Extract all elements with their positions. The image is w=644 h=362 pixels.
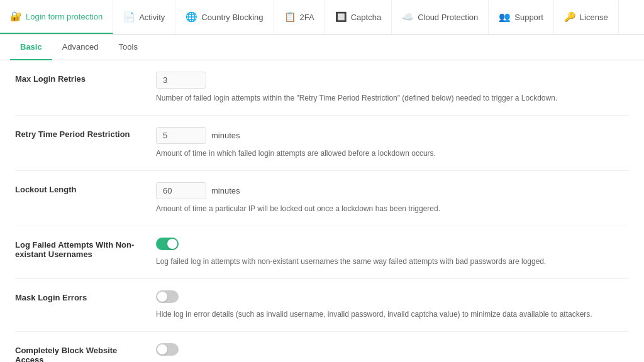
nav-support[interactable]: 👥 Support (489, 0, 554, 34)
key-icon: 🔑 (564, 11, 576, 23)
nav-country-blocking[interactable]: 🌐 Country Blocking (175, 0, 274, 34)
cloud-icon: ☁️ (402, 11, 414, 23)
retry-time-period-label: Retry Time Period Restriction (15, 127, 141, 139)
completely-block-label: Completely Block Website Access (15, 343, 141, 362)
nav-login-form[interactable]: 🔐 Login form protection (0, 0, 113, 34)
lockout-length-input[interactable] (156, 182, 206, 199)
2fa-icon: 📋 (284, 11, 296, 23)
captcha-icon: 🔲 (335, 11, 347, 23)
completely-block-row: Completely Block Website Access Enable t… (15, 332, 629, 362)
nav-activity[interactable]: 📄 Activity (113, 0, 175, 34)
completely-block-control: Enable to completely block website acces… (156, 343, 629, 362)
globe-icon: 🌐 (186, 11, 197, 23)
retry-time-period-control: minutes Amount of time in which failed l… (156, 127, 629, 159)
log-failed-attempts-label: Log Failed Attempts With Non-existant Us… (15, 238, 141, 259)
nav-2fa[interactable]: 📋 2FA (274, 0, 325, 34)
lockout-unit: minutes (211, 186, 240, 195)
max-login-retries-desc: Number of failed login attempts within t… (156, 92, 629, 104)
nav-support-label: Support (514, 13, 543, 22)
log-failed-attempts-desc: Log failed log in attempts with non-exis… (156, 256, 629, 267)
mask-login-errors-label: Mask Login Errors (15, 290, 141, 302)
sub-tabs: Basic Advanced Tools (0, 35, 644, 60)
lockout-length-desc: Amount of time a particular IP will be l… (156, 203, 629, 214)
retry-time-period-desc: Amount of time in which failed login att… (156, 148, 629, 159)
toggle-knob-block (157, 344, 167, 354)
mask-login-errors-toggle[interactable] (156, 290, 179, 303)
mask-login-errors-control: Hide log in error details (such as inval… (156, 290, 629, 320)
retry-time-period-row: Retry Time Period Restriction minutes Am… (15, 116, 629, 171)
tab-basic[interactable]: Basic (10, 35, 52, 60)
retry-time-unit: minutes (211, 131, 240, 140)
tab-tools-label: Tools (119, 42, 138, 52)
support-icon: 👥 (499, 11, 511, 23)
max-login-retries-label: Max Login Retries (15, 72, 141, 84)
max-login-retries-control: Number of failed login attempts within t… (156, 72, 629, 104)
log-failed-attempts-toggle[interactable] (156, 238, 179, 250)
top-navigation: 🔐 Login form protection 📄 Activity 🌐 Cou… (0, 0, 644, 35)
nav-captcha[interactable]: 🔲 Captcha (325, 0, 392, 34)
activity-icon: 📄 (123, 11, 135, 23)
log-failed-attempts-control: Log failed log in attempts with non-exis… (156, 238, 629, 267)
log-failed-attempts-row: Log Failed Attempts With Non-existant Us… (15, 226, 629, 279)
tab-tools[interactable]: Tools (109, 35, 148, 60)
tab-advanced[interactable]: Advanced (52, 35, 109, 60)
lockout-length-inline: minutes (156, 182, 629, 199)
max-login-retries-input[interactable] (156, 72, 206, 89)
nav-cloud-protection[interactable]: ☁️ Cloud Protection (392, 0, 489, 34)
toggle-knob-mask (157, 292, 167, 302)
nav-license[interactable]: 🔑 License (554, 0, 619, 34)
nav-cloud-protection-label: Cloud Protection (418, 13, 478, 22)
tab-basic-label: Basic (20, 42, 42, 52)
lockout-length-label: Lockout Length (15, 182, 141, 194)
retry-time-period-input[interactable] (156, 127, 206, 144)
nav-activity-label: Activity (139, 13, 165, 22)
toggle-knob (167, 239, 177, 249)
nav-license-label: License (580, 13, 608, 22)
shield-icon: 🔐 (10, 11, 22, 22)
max-login-retries-row: Max Login Retries Number of failed login… (15, 60, 629, 116)
nav-login-form-label: Login form protection (26, 12, 103, 21)
completely-block-toggle[interactable] (156, 343, 179, 356)
lockout-length-control: minutes Amount of time a particular IP w… (156, 182, 629, 214)
mask-login-errors-row: Mask Login Errors Hide log in error deta… (15, 279, 629, 332)
retry-time-period-inline: minutes (156, 127, 629, 144)
nav-captcha-label: Captcha (351, 13, 381, 22)
settings-panel: Max Login Retries Number of failed login… (0, 60, 644, 362)
mask-login-errors-desc: Hide log in error details (such as inval… (156, 309, 629, 320)
nav-2fa-label: 2FA (300, 13, 314, 22)
tab-advanced-label: Advanced (62, 42, 99, 52)
nav-country-blocking-label: Country Blocking (201, 13, 263, 22)
lockout-length-row: Lockout Length minutes Amount of time a … (15, 171, 629, 226)
